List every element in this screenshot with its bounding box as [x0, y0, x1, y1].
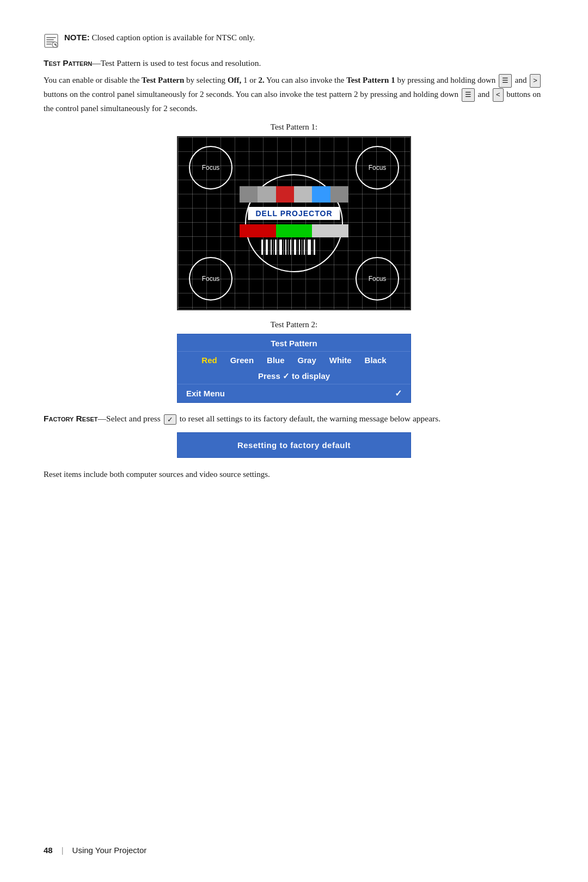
test-pattern-2-container: Test Pattern Red Green Blue Gray White B… — [44, 334, 544, 403]
factory-reset-box-container: Resetting to factory default — [44, 432, 544, 458]
tp2-black: Black — [365, 356, 387, 365]
dell-projector-label: DELL PROJECTOR — [248, 207, 340, 220]
note-icon: ✎ — [44, 33, 59, 48]
tp2-green: Green — [230, 356, 254, 365]
menu-button-inline: ☰ — [499, 74, 512, 88]
focus-corner-br: Focus — [356, 257, 399, 301]
svg-text:✎: ✎ — [54, 43, 57, 47]
factory-reset-box: Resetting to factory default — [177, 432, 411, 458]
page-footer: 48 | Using Your Projector — [44, 846, 146, 855]
tp2-colors-row: Red Green Blue Gray White Black — [177, 352, 411, 369]
tp2-blue: Blue — [267, 356, 285, 365]
test-pattern-section-title: Test Pattern—Test Pattern is used to tes… — [44, 58, 544, 68]
factory-reset-check-btn: ✓ — [164, 414, 176, 425]
barcode-area — [261, 240, 327, 255]
focus-corner-tl: Focus — [189, 146, 232, 189]
tp2-press-row: Press ✓ to display — [177, 369, 411, 384]
page-number: 48 — [44, 846, 53, 855]
tp2-white: White — [329, 356, 352, 365]
test-pattern-1-label: Test Pattern 1: — [44, 122, 544, 132]
factory-reset-body: Reset items include both computer source… — [44, 468, 544, 481]
focus-corner-bl: Focus — [189, 257, 232, 301]
tp2-header: Test Pattern — [177, 334, 411, 352]
factory-reset-title: Factory Reset—Select and press ✓ to rese… — [44, 414, 544, 425]
note-text: NOTE: Closed caption option is available… — [64, 33, 255, 42]
tp2-exit-label: Exit Menu — [186, 389, 225, 398]
left-button-inline: < — [493, 88, 504, 102]
lower-color-bars — [240, 224, 348, 237]
tp2-red: Red — [201, 356, 217, 365]
focus-corner-tr: Focus — [356, 146, 399, 189]
tp2-exit-row: Exit Menu ✓ — [177, 384, 411, 402]
test-pattern-2-label: Test Pattern 2: — [44, 320, 544, 329]
menu-button-inline-2: ☰ — [462, 88, 475, 102]
footer-label: Using Your Projector — [72, 846, 147, 855]
test-pattern-2-box: Test Pattern Red Green Blue Gray White B… — [177, 334, 411, 403]
color-bars-top — [240, 186, 348, 203]
right-button-inline: > — [530, 74, 541, 88]
tp2-gray: Gray — [298, 356, 316, 365]
footer-separator: | — [62, 846, 64, 855]
test-pattern-1-container: Focus Focus Focus Focus DELL PROJECTOR — [44, 136, 544, 310]
tp2-checkmark: ✓ — [395, 388, 402, 399]
note-block: ✎ NOTE: Closed caption option is availab… — [44, 33, 544, 48]
test-pattern-body: You can enable or disable the Test Patte… — [44, 74, 544, 115]
test-pattern-1-image: Focus Focus Focus Focus DELL PROJECTOR — [177, 136, 411, 310]
